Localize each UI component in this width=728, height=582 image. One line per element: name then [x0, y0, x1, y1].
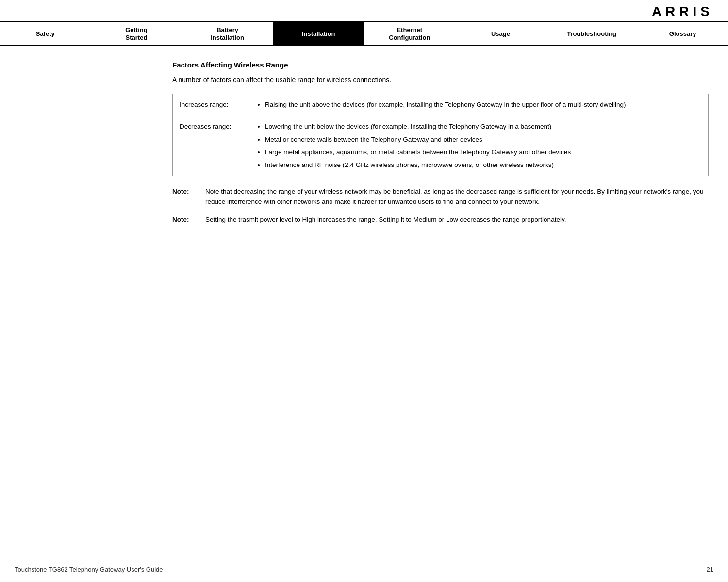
range-table: Increases range:Raising the unit above t… — [172, 94, 709, 176]
header-logo-area: ARRIS — [0, 0, 728, 21]
range-row-content: Lowering the unit below the devices (for… — [250, 116, 709, 176]
main-content: Factors Affecting Wireless Range A numbe… — [153, 61, 728, 252]
note-text: Note that decreasing the range of your w… — [205, 187, 709, 207]
list-item: Lowering the unit below the devices (for… — [265, 122, 701, 132]
note-text: Setting the trasmit power level to High … — [205, 215, 709, 225]
nav-item-getting-started[interactable]: GettingStarted — [91, 22, 182, 45]
nav-item-usage[interactable]: Usage — [455, 22, 546, 45]
footer-title: Touchstone TG862 Telephony Gateway User'… — [15, 566, 163, 573]
arris-logo: ARRIS — [652, 4, 713, 19]
range-row-label: Increases range: — [173, 94, 250, 116]
navigation-bar: SafetyGettingStartedBatteryInstallationI… — [0, 21, 728, 46]
list-item: Metal or concrete walls between the Tele… — [265, 135, 701, 145]
note-block: Note:Setting the trasmit power level to … — [172, 215, 709, 225]
nav-item-safety[interactable]: Safety — [0, 22, 91, 45]
section-title: Factors Affecting Wireless Range — [172, 61, 709, 69]
notes-container: Note:Note that decreasing the range of y… — [172, 187, 709, 225]
nav-item-installation[interactable]: Installation — [273, 22, 364, 45]
list-item: Raising the unit above the devices (for … — [265, 100, 701, 110]
nav-item-battery-installation[interactable]: BatteryInstallation — [182, 22, 273, 45]
footer-page-number: 21 — [707, 566, 713, 573]
note-label: Note: — [172, 187, 205, 207]
page-footer: Touchstone TG862 Telephony Gateway User'… — [0, 562, 728, 573]
list-item: Large metal appliances, aquariums, or me… — [265, 148, 701, 157]
section-intro: A number of factors can affect the usabl… — [172, 75, 709, 85]
left-sidebar — [0, 61, 153, 252]
page-content: Factors Affecting Wireless Range A numbe… — [0, 46, 728, 252]
range-row-content: Raising the unit above the devices (for … — [250, 94, 709, 116]
nav-item-ethernet-configuration[interactable]: EthernetConfiguration — [364, 22, 456, 45]
range-row-label: Decreases range: — [173, 116, 250, 176]
table-row: Increases range:Raising the unit above t… — [173, 94, 709, 116]
nav-item-troubleshooting[interactable]: Troubleshooting — [546, 22, 638, 45]
nav-item-glossary[interactable]: Glossary — [637, 22, 728, 45]
list-item: Interference and RF noise (2.4 GHz wirel… — [265, 160, 701, 170]
note-block: Note:Note that decreasing the range of y… — [172, 187, 709, 207]
note-label: Note: — [172, 215, 205, 225]
table-row: Decreases range:Lowering the unit below … — [173, 116, 709, 176]
